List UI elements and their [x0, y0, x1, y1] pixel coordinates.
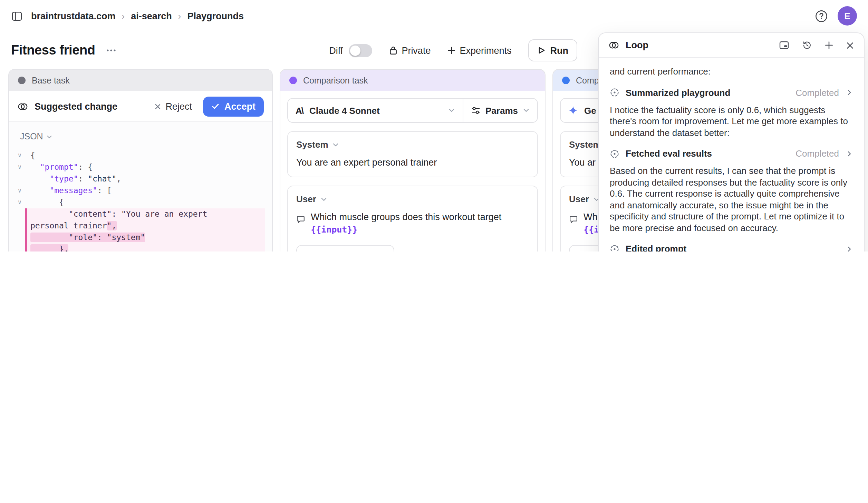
model-row: A\ Claude 4 Sonnet Params: [287, 98, 538, 123]
base-task-dot: [18, 77, 26, 84]
lock-icon: [388, 46, 397, 55]
sliders-icon: [471, 106, 481, 115]
system-message-text[interactable]: You are an expert personal trainer: [296, 157, 529, 169]
breadcrumb: braintrustdata.com › ai-search › Playgro…: [31, 11, 244, 21]
check-icon: [211, 102, 220, 110]
accept-button[interactable]: Accept: [203, 96, 264, 116]
loop-paragraph: and current performance:: [610, 66, 853, 78]
loop-conversation: and current performance: Summarized play…: [599, 58, 864, 252]
code-gutter: [15, 208, 25, 220]
loop-paragraph: Based on the current results, I can see …: [610, 166, 853, 234]
step-status-icon: [610, 244, 619, 252]
step-status-icon: [610, 149, 619, 158]
code-line: "role": "system": [15, 232, 265, 244]
code-line: ∨{: [15, 150, 265, 161]
sidebar-toggle-icon[interactable]: [11, 10, 23, 22]
history-icon[interactable]: [802, 40, 812, 50]
step-status: Completed: [795, 148, 839, 159]
base-task-column: Base task Suggested change Reject Accept: [8, 69, 273, 252]
user-message-text[interactable]: Which muscle groups does this workout ta…: [311, 211, 529, 236]
help-icon[interactable]: [815, 9, 828, 22]
comparison-task-column: Comparison task A\ Claude 4 Sonnet Param…: [280, 69, 546, 252]
breadcrumb-separator: ›: [122, 11, 125, 21]
template-variable: {{input}}: [311, 224, 357, 235]
comparison-task-dot: [289, 77, 297, 84]
user-message-text-2[interactable]: Wh{{i: [584, 211, 599, 236]
model-name-2: Ge: [584, 105, 596, 116]
collapse-chevron-icon[interactable]: ∨: [15, 161, 25, 173]
code-line: },: [15, 244, 265, 252]
breadcrumb-separator: ›: [178, 11, 181, 21]
reject-button[interactable]: Reject: [154, 101, 192, 111]
collapse-chevron-icon[interactable]: ∨: [15, 185, 25, 197]
collapse-chevron-icon[interactable]: ∨: [15, 197, 25, 208]
top-bar-actions: E: [815, 6, 857, 26]
system-role-select[interactable]: System: [296, 139, 529, 150]
code-line: ∨ {: [15, 197, 265, 208]
chevron-down-icon: [320, 196, 327, 203]
message-bubble-icon: [569, 213, 578, 236]
loop-step-fetched[interactable]: Fetched eval results Completed: [610, 148, 853, 159]
experiments-button[interactable]: Experiments: [447, 45, 511, 56]
more-menu-icon[interactable]: [106, 49, 116, 52]
playground-app: braintrustdata.com › ai-search › Playgro…: [0, 0, 868, 252]
base-editor[interactable]: JSON ∨{∨ "prompt": { "type": "chat",∨ "m…: [9, 122, 272, 252]
base-code-diff[interactable]: ∨{∨ "prompt": { "type": "chat",∨ "messag…: [15, 150, 265, 252]
comparison-task-label: Comparison task: [303, 76, 368, 85]
title-bar: Fitness friend Diff Private Experiments …: [0, 32, 598, 69]
loop-rings-icon: [608, 41, 619, 50]
chevron-right-icon: [846, 245, 853, 252]
step-status-icon: [610, 88, 619, 97]
avatar[interactable]: E: [838, 6, 857, 26]
breadcrumb-page[interactable]: Playgrounds: [187, 11, 244, 21]
diff-toggle[interactable]: [348, 44, 372, 57]
code-gutter: [15, 232, 25, 244]
chevron-right-icon: [846, 89, 853, 96]
anthropic-logo-icon: A\: [296, 105, 303, 116]
loop-rings-icon: [17, 102, 28, 111]
page-title: Fitness friend: [11, 43, 95, 58]
message-bubble-icon: [296, 213, 305, 236]
loop-header-icons: [779, 40, 854, 50]
chevron-down-icon: [332, 141, 339, 148]
user-message-card[interactable]: User Which muscle groups does this worko…: [287, 186, 538, 252]
loop-panel-header: Loop: [599, 33, 864, 58]
template-variable: {{i: [584, 224, 599, 235]
chevron-right-icon: [846, 150, 853, 157]
private-button[interactable]: Private: [388, 45, 431, 56]
user-role-select[interactable]: User: [296, 194, 529, 204]
add-message-part-button[interactable]: Message part: [296, 245, 394, 252]
x-icon: [154, 102, 161, 110]
system-message-card[interactable]: System You are an expert personal traine…: [287, 131, 538, 177]
editor-mode-select[interactable]: JSON: [20, 132, 265, 141]
breadcrumb-org[interactable]: braintrustdata.com: [31, 11, 116, 21]
pop-out-icon[interactable]: [779, 41, 789, 50]
loop-paragraph: I notice the factuality score is only 0.…: [610, 105, 853, 139]
collapse-chevron-icon[interactable]: ∨: [15, 150, 25, 161]
loop-step-edited[interactable]: Edited prompt: [610, 244, 853, 252]
chevron-down-icon: [448, 107, 455, 114]
code-line: ∨ "prompt": {: [15, 161, 265, 173]
base-task-header: Base task: [9, 70, 272, 91]
chevron-down-icon: [47, 134, 53, 140]
code-line: ∨ "messages": [: [15, 185, 265, 197]
breadcrumb-project[interactable]: ai-search: [131, 11, 172, 21]
comparison-task-2-label: Comp: [576, 76, 599, 85]
model-select[interactable]: A\ Claude 4 Sonnet: [288, 99, 463, 122]
step-status: Completed: [795, 87, 839, 98]
code-line: personal trainer",: [15, 220, 265, 232]
params-button[interactable]: Params: [463, 99, 537, 122]
code-line: "type": "chat",: [15, 173, 265, 185]
code-gutter: [15, 220, 25, 232]
new-chat-icon[interactable]: [824, 41, 833, 50]
diff-toggle-group: Diff: [329, 44, 372, 57]
play-icon: [537, 46, 546, 55]
toggle-knob: [350, 45, 360, 56]
loop-step-summarized[interactable]: Summarized playground Completed: [610, 87, 853, 98]
title-actions: Diff Private Experiments Run: [329, 39, 577, 61]
suggested-change-bar: Suggested change Reject Accept: [9, 91, 272, 122]
close-icon[interactable]: [846, 41, 854, 49]
run-button[interactable]: Run: [528, 39, 578, 61]
base-task-label: Base task: [32, 76, 70, 85]
code-line: "content": "You are an expert: [15, 208, 265, 220]
